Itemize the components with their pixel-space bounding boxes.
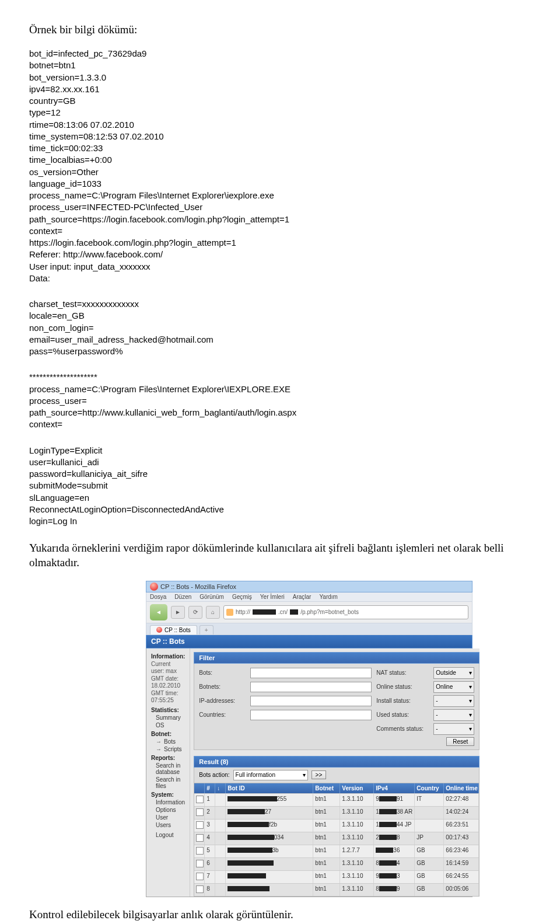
url-bar[interactable]: http:// .cn/ /p.php?m=botnet_bots xyxy=(223,605,468,619)
table-header-cell[interactable]: Version xyxy=(340,783,374,793)
arrow-icon: → xyxy=(156,746,162,752)
sidebar-item[interactable]: Search in files xyxy=(156,776,185,789)
chevron-down-icon: ▾ xyxy=(469,670,472,676)
filter-select[interactable]: Outside▾ xyxy=(433,667,474,679)
forward-button[interactable]: ► xyxy=(171,606,185,619)
menu-item[interactable]: Düzen xyxy=(174,594,191,600)
firefox-icon xyxy=(150,583,158,591)
chevron-down-icon: ▾ xyxy=(469,726,472,732)
table-header-cell[interactable]: Online time xyxy=(444,783,479,793)
sidebar-item[interactable]: Summary xyxy=(156,714,185,721)
result-header: Result (8) xyxy=(194,756,480,768)
filter-input[interactable] xyxy=(250,668,372,678)
menu-item[interactable]: Yardım xyxy=(319,594,338,600)
row-checkbox[interactable] xyxy=(196,860,204,867)
sidebar-item-logout[interactable]: Logout xyxy=(156,832,185,838)
filter-select[interactable]: -▾ xyxy=(433,695,474,707)
favicon-icon xyxy=(226,609,233,616)
table-header-cell[interactable]: Bot ID xyxy=(226,783,313,793)
menu-bar[interactable]: DosyaDüzenGörünümGeçmişYer İmleriAraçlar… xyxy=(146,592,473,602)
url-scheme: http:// xyxy=(236,609,250,615)
filter-input[interactable] xyxy=(250,682,372,692)
reset-button[interactable]: Reset xyxy=(446,737,474,746)
tab-strip: CP :: Bots + xyxy=(146,623,473,635)
result-action-row: Bots action: Full information▾ >> xyxy=(194,768,480,783)
filter-label: NAT status: xyxy=(376,670,429,676)
sidebar-item[interactable]: Users xyxy=(156,822,185,828)
back-button[interactable]: ◄ xyxy=(150,604,167,620)
sb-stats-title: Statistics: xyxy=(151,707,185,713)
sidebar-item[interactable]: →Scripts xyxy=(156,746,185,752)
sidebar-item[interactable]: Search in database xyxy=(156,762,185,775)
window-title: CP :: Bots - Mozilla Firefox xyxy=(160,583,236,590)
filter-select[interactable]: -▾ xyxy=(433,709,474,721)
sb-info-title: Information: xyxy=(151,653,185,660)
row-checkbox[interactable] xyxy=(196,834,204,842)
row-checkbox[interactable] xyxy=(196,873,204,880)
menu-item[interactable]: Görünüm xyxy=(200,594,224,600)
sidebar: Information: Current user: maxGMT date: … xyxy=(146,648,190,897)
table-header-cell[interactable]: Botnet xyxy=(313,783,340,793)
table-header-cell[interactable]: # xyxy=(205,783,215,793)
url-redacted xyxy=(253,609,276,615)
menu-item[interactable]: Araçlar xyxy=(293,594,312,600)
window-titlebar: CP :: Bots - Mozilla Firefox xyxy=(146,581,473,592)
reload-button[interactable]: ⟳ xyxy=(188,606,202,619)
filter-label: Online status: xyxy=(376,684,429,690)
chevron-down-icon: ▾ xyxy=(469,712,472,718)
menu-item[interactable]: Geçmiş xyxy=(232,594,252,600)
data-block-4: LoginType=Explicituser=kullanici_adipass… xyxy=(29,445,531,528)
table-row[interactable]: 227btn11.3.1.10138 AR14:02:24 xyxy=(194,806,479,819)
action-select[interactable]: Full information▾ xyxy=(233,770,308,780)
table-header-cell[interactable] xyxy=(194,783,205,793)
home-button[interactable]: ⌂ xyxy=(206,606,220,619)
sidebar-item[interactable]: →Bots xyxy=(156,738,185,745)
table-row[interactable]: 8btn11.3.1.1089GB00:05:06 xyxy=(194,883,479,896)
filter-input[interactable] xyxy=(250,696,372,706)
table-row[interactable]: 7btn11.3.1.1093GB66:24:55 xyxy=(194,870,479,883)
sidebar-item[interactable]: Information xyxy=(156,799,185,806)
table-row[interactable]: 1255btn11.3.1.10991IT02:27:48 xyxy=(194,793,479,806)
chevron-down-icon: ▾ xyxy=(303,772,306,778)
row-checkbox[interactable] xyxy=(196,885,204,893)
filter-label: Used status: xyxy=(376,712,429,718)
menu-item[interactable]: Dosya xyxy=(150,594,166,600)
row-checkbox[interactable] xyxy=(196,821,204,829)
table-header: #↓Bot IDBotnetVersionIPv4CountryOnline t… xyxy=(194,783,479,793)
narrative-1: Yukarıda örneklerini verdiğim rapor dökü… xyxy=(29,541,531,570)
go-button[interactable]: >> xyxy=(312,770,327,779)
table-header-cell[interactable]: IPv4 xyxy=(374,783,415,793)
action-select-value: Full information xyxy=(236,772,275,778)
firefox-screenshot: CP :: Bots - Mozilla Firefox DosyaDüzenG… xyxy=(146,581,473,897)
sb-botnet-title: Botnet: xyxy=(151,731,185,737)
filter-select[interactable]: Online▾ xyxy=(433,681,474,693)
arrow-icon: → xyxy=(156,738,162,745)
sidebar-item[interactable]: Options xyxy=(156,807,185,813)
sb-info-lines: Current user: maxGMT date: 18.02.2010GMT… xyxy=(151,661,185,705)
table-header-cell[interactable]: ↓ xyxy=(215,783,226,793)
sidebar-item[interactable]: User xyxy=(156,814,185,821)
table-row[interactable]: 3f2bbtn11.3.1.10144 JP66:23:51 xyxy=(194,819,479,832)
filter-select[interactable]: -▾ xyxy=(433,723,474,735)
table-row[interactable]: 53bbtn11.2.7.736GB66:23:46 xyxy=(194,845,479,857)
filter-label: Bots: xyxy=(199,670,246,676)
main-panel: Filter Bots:NAT status:Outside▾Botnets:O… xyxy=(190,648,480,897)
chevron-down-icon: ▾ xyxy=(469,684,472,690)
table-row[interactable]: 4034btn11.3.1.1028JP00:17:43 xyxy=(194,832,479,845)
new-tab-button[interactable]: + xyxy=(200,625,214,634)
tab-cp-bots[interactable]: CP :: Bots xyxy=(150,625,197,634)
filter-header: Filter xyxy=(194,652,480,664)
table-header-cell[interactable]: Country xyxy=(415,783,444,793)
filter-input[interactable] xyxy=(250,710,372,720)
cp-body: Information: Current user: maxGMT date: … xyxy=(146,648,473,897)
url-path: /p.php?m=botnet_bots xyxy=(300,609,359,615)
cp-header: CP :: Bots xyxy=(146,635,473,648)
row-checkbox[interactable] xyxy=(196,847,204,855)
data-block-3: ********************process_name=C:\Prog… xyxy=(29,371,531,430)
sb-system-title: System: xyxy=(151,791,185,798)
table-row[interactable]: 6btn11.3.1.1084GB16:14:59 xyxy=(194,857,479,870)
row-checkbox[interactable] xyxy=(196,808,204,816)
menu-item[interactable]: Yer İmleri xyxy=(260,594,285,600)
row-checkbox[interactable] xyxy=(196,796,204,803)
sidebar-item[interactable]: OS xyxy=(156,722,185,728)
